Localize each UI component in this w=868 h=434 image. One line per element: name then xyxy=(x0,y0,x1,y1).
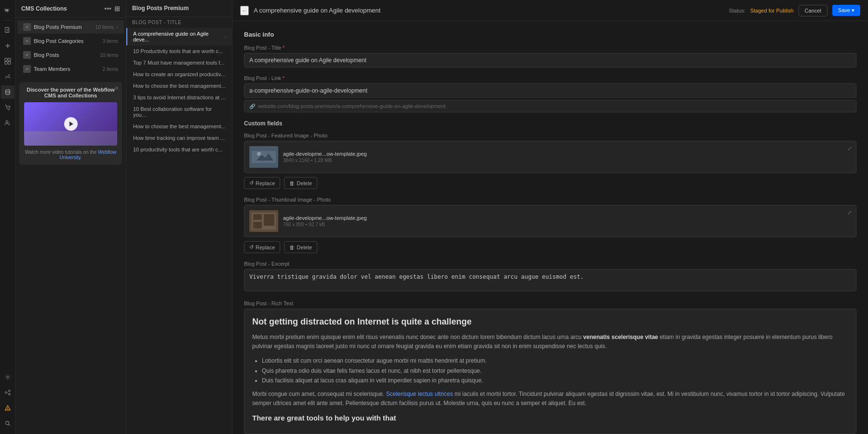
excerpt-field-group: Blog Post - Excerpt Viverra tristique gr… xyxy=(244,261,856,293)
replace-icon: ↺ xyxy=(249,244,254,250)
post-list-item-9[interactable]: 10 productivity tools that are worth c..… xyxy=(126,144,232,155)
rich-text-bold: venenatis scelerisque vitae xyxy=(583,334,658,340)
title-required-marker: * xyxy=(283,45,285,51)
add-icon[interactable] xyxy=(1,39,14,53)
promo-footer: Watch more video tutorials on the Webflo… xyxy=(24,149,117,160)
search-icon[interactable] xyxy=(1,417,14,430)
status-value: Staged for Publish xyxy=(750,8,794,14)
svg-rect-1 xyxy=(4,58,7,61)
cms-collection-list: ≡ Blog Posts Premium 10 items › ≡ Blog P… xyxy=(15,18,126,78)
posts-panel-header: Blog Posts Premium xyxy=(126,0,232,17)
excerpt-label: Blog Post - Excerpt xyxy=(244,261,856,267)
pages-icon[interactable] xyxy=(1,24,14,37)
title-field-group: Blog Post - Title * xyxy=(244,45,856,68)
svg-rect-22 xyxy=(264,214,274,226)
posts-section-label: Blog Post - Title xyxy=(126,17,232,28)
collection-count: 2 items xyxy=(103,67,118,72)
featured-delete-button[interactable]: 🗑 Delete xyxy=(284,177,317,189)
svg-rect-3 xyxy=(4,62,7,64)
expand-icon[interactable]: ⤢ xyxy=(847,145,852,152)
promo-close-button[interactable]: ✕ xyxy=(114,85,119,92)
play-button[interactable] xyxy=(64,117,78,131)
post-list-item-0[interactable]: A comprehensive guide on Agile deve... › xyxy=(126,28,232,45)
promo-title: Discover the power of the Webflow CMS an… xyxy=(24,87,117,98)
title-input[interactable] xyxy=(244,53,856,68)
thumbnail-delete-button[interactable]: 🗑 Delete xyxy=(284,241,317,253)
collection-icon: ≡ xyxy=(23,37,31,45)
post-list-item-4[interactable]: How to choose the best management... xyxy=(126,80,232,92)
svg-point-7 xyxy=(8,109,9,110)
status-area: Status: Staged for Publish xyxy=(729,8,793,14)
posts-panel-title: Blog Posts Premium xyxy=(132,5,189,12)
svg-point-9 xyxy=(6,121,8,122)
expand-icon[interactable]: ⤢ xyxy=(847,209,852,216)
collection-item-blog-posts[interactable]: ≡ Blog Posts 10 items xyxy=(17,48,124,62)
rich-text-heading1: Not getting distracted on Internet is qu… xyxy=(252,317,848,327)
thumbnail-image-info: agile-developme...ow-template.jpeg 760 x… xyxy=(283,215,851,227)
thumbnail-replace-button[interactable]: ↺ Replace xyxy=(244,241,280,253)
featured-image-name: agile-developme...ow-template.jpeg xyxy=(283,151,851,157)
promo-video-thumbnail[interactable] xyxy=(24,102,117,146)
featured-image-field: agile-developme...ow-template.jpeg 3840 … xyxy=(244,141,856,173)
collection-item-team-members[interactable]: ≡ Team Members 2 items xyxy=(17,62,124,76)
cms-more-icon[interactable]: ••• xyxy=(104,5,111,13)
featured-image-label: Blog Post - Featured Image - Photo xyxy=(244,133,856,138)
cancel-button[interactable]: Cancel xyxy=(799,5,827,16)
link-input[interactable] xyxy=(244,83,856,98)
webflow-logo-icon[interactable] xyxy=(1,4,14,17)
collection-count: 10 items xyxy=(95,25,114,30)
svg-rect-4 xyxy=(8,62,10,64)
cms-icon[interactable] xyxy=(1,85,14,99)
assets-icon[interactable] xyxy=(1,70,14,83)
components-icon[interactable] xyxy=(1,54,14,68)
settings-icon[interactable] xyxy=(1,370,14,384)
svg-point-18 xyxy=(257,152,261,156)
post-list-item-2[interactable]: Top 7 Must have management tools f... xyxy=(126,57,232,68)
list-item: Duis facilisis aliquet at lacus cras ali… xyxy=(262,376,848,385)
svg-point-14 xyxy=(5,421,9,425)
svg-rect-2 xyxy=(8,58,10,61)
svg-rect-23 xyxy=(253,222,262,229)
integrations-icon[interactable] xyxy=(1,386,14,399)
cms-panel-actions: ••• ⊞ xyxy=(104,5,120,13)
post-list-item-5[interactable]: 3 tips to avoid Internet distractions at… xyxy=(126,92,232,103)
cms-add-icon[interactable]: ⊞ xyxy=(114,5,120,13)
rich-text-link[interactable]: Scelerisque lectus ultrices xyxy=(386,391,453,397)
rich-text-field-group: Blog Post - Rich Text Not getting distra… xyxy=(244,300,856,434)
ecommerce-icon[interactable] xyxy=(1,101,14,114)
collection-count: 10 items xyxy=(100,53,118,58)
icon-sidebar xyxy=(0,0,15,434)
featured-image-preview xyxy=(249,146,278,168)
svg-point-10 xyxy=(7,376,9,378)
collection-item-blog-posts-premium[interactable]: ≡ Blog Posts Premium 10 items › xyxy=(17,20,124,34)
users-icon[interactable] xyxy=(1,116,14,130)
link-field-label: Blog Post - Link * xyxy=(244,75,856,81)
svg-rect-21 xyxy=(253,214,262,220)
excerpt-input[interactable]: Viverra tristique gravida dolor vel aene… xyxy=(244,269,856,291)
post-list-item-6[interactable]: 10 Best collaboration software for you..… xyxy=(126,103,232,121)
save-button[interactable]: Save ▾ xyxy=(832,5,860,16)
svg-point-8 xyxy=(9,109,10,110)
back-button[interactable]: ← xyxy=(240,6,249,15)
featured-replace-button[interactable]: ↺ Replace xyxy=(244,177,280,189)
featured-image-meta: 3840 x 2160 • 1.28 MB xyxy=(283,158,851,163)
link-required-marker: * xyxy=(283,75,285,81)
collection-item-blog-post-categories[interactable]: ≡ Blog Post Categories 3 items xyxy=(17,34,124,48)
rich-text-list: Lobortis elit sit cum orci aenean consec… xyxy=(262,356,848,385)
list-item: Lobortis elit sit cum orci aenean consec… xyxy=(262,356,848,366)
cms-panel-title: CMS Collections xyxy=(21,5,67,12)
status-label: Status: xyxy=(729,8,745,14)
svg-point-5 xyxy=(8,75,10,76)
collection-arrow-icon: › xyxy=(117,25,118,30)
collection-icon: ≡ xyxy=(23,23,31,31)
post-list-item-3[interactable]: How to create an organized productiv... xyxy=(126,68,232,80)
warning-icon[interactable] xyxy=(1,401,14,415)
editor-header: ← A comprehensive guide on Agile develop… xyxy=(232,0,868,21)
svg-point-11 xyxy=(5,392,7,393)
rich-text-content[interactable]: Not getting distracted on Internet is qu… xyxy=(244,309,856,434)
post-list-item-8[interactable]: How time tracking can improve team ... xyxy=(126,132,232,144)
post-list-item-7[interactable]: How to choose the best management... xyxy=(126,121,232,132)
post-list-item-1[interactable]: 10 Productivity tools that are worth c..… xyxy=(126,45,232,57)
cms-collections-panel: CMS Collections ••• ⊞ ≡ Blog Posts Premi… xyxy=(15,0,126,434)
page-title: A comprehensive guide on Agile developme… xyxy=(254,7,724,14)
